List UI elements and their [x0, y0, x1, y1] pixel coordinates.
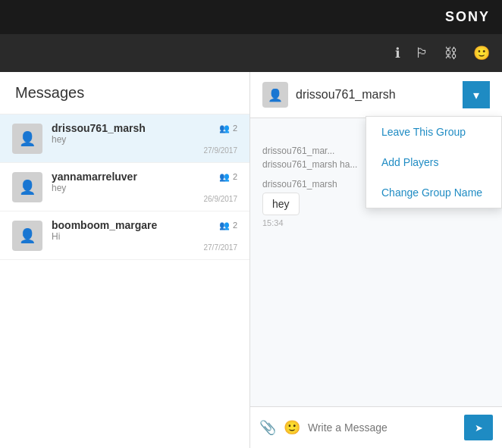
- message-meta: 👥 2: [219, 172, 237, 182]
- member-count: 2: [233, 124, 237, 133]
- message-top-row: boomboom_margare 👥 2: [52, 219, 237, 231]
- message-date: 27/7/2017: [52, 243, 237, 252]
- chat-panel: 👤 drissou761_marsh ▾ Leave This Group Ad…: [250, 72, 502, 448]
- avatar: 👤: [12, 221, 42, 251]
- message-info: boomboom_margare 👥 2 Hi 27/7/2017: [52, 219, 237, 252]
- icon-bar: ℹ 🏳 ⛓ 🙂: [0, 34, 502, 72]
- group-members-icon: 👥: [219, 172, 230, 182]
- avatar: 👤: [12, 124, 42, 154]
- avatar: 👤: [12, 172, 42, 202]
- main-content: Messages 👤 drissou761_marsh 👥 2 hey 27/9…: [0, 72, 502, 448]
- message-preview: hey: [52, 183, 237, 193]
- message-preview: Hi: [52, 231, 237, 242]
- messages-panel: Messages 👤 drissou761_marsh 👥 2 hey 27/9…: [0, 72, 250, 448]
- chat-avatar: 👤: [262, 82, 288, 108]
- dropdown-button[interactable]: ▾: [463, 81, 490, 108]
- message-username: drissou761_marsh: [52, 122, 146, 134]
- message-item[interactable]: 👤 drissou761_marsh 👥 2 hey 27/9/2017: [0, 114, 249, 163]
- message-item[interactable]: 👤 boomboom_margare 👥 2 Hi 27/7/2017: [0, 211, 249, 260]
- top-bar: SONY: [0, 0, 502, 34]
- chat-input[interactable]: [308, 421, 457, 434]
- group-link-icon[interactable]: ⛓: [444, 45, 458, 61]
- add-players-item[interactable]: Add Players: [366, 147, 501, 177]
- member-count: 2: [233, 172, 237, 181]
- report-icon[interactable]: 🏳: [416, 45, 429, 61]
- info-icon[interactable]: ℹ: [395, 45, 400, 61]
- messages-header: Messages: [0, 72, 249, 114]
- member-count: 2: [233, 221, 237, 230]
- message-username: boomboom_margare: [52, 219, 157, 231]
- message-preview: hey: [52, 134, 237, 145]
- chat-bubble: hey: [262, 193, 300, 215]
- send-icon: ➤: [475, 422, 483, 434]
- message-username: yannamarreluver: [52, 171, 137, 183]
- message-list: 👤 drissou761_marsh 👥 2 hey 27/9/2017 👤: [0, 114, 249, 448]
- face-icon[interactable]: 🙂: [473, 45, 490, 61]
- chat-time: 15:34: [262, 218, 490, 227]
- message-date: 27/9/2017: [52, 146, 237, 155]
- message-date: 26/9/2017: [52, 195, 237, 203]
- group-members-icon: 👥: [219, 221, 230, 230]
- chat-username: drissou761_marsh: [296, 88, 455, 102]
- message-top-row: yannamarreluver 👥 2: [52, 171, 237, 183]
- message-meta: 👥 2: [219, 221, 237, 230]
- change-group-name-item[interactable]: Change Group Name: [366, 177, 501, 208]
- brand-label: SONY: [445, 9, 490, 25]
- message-meta: 👥 2: [219, 124, 237, 133]
- emoji-picker-icon[interactable]: 🙂: [284, 419, 300, 436]
- attachment-icon[interactable]: 📎: [259, 419, 276, 436]
- message-info: yannamarreluver 👥 2 hey 26/9/2017: [52, 171, 237, 203]
- send-button[interactable]: ➤: [464, 415, 493, 440]
- group-members-icon: 👥: [219, 124, 230, 133]
- leave-group-item[interactable]: Leave This Group: [366, 117, 501, 147]
- message-item[interactable]: 👤 yannamarreluver 👥 2 hey 26/9/2017: [0, 163, 249, 211]
- chat-header: 👤 drissou761_marsh ▾: [250, 72, 502, 118]
- chat-input-bar: 📎 🙂 ➤: [250, 406, 502, 448]
- message-top-row: drissou761_marsh 👥 2: [52, 122, 237, 134]
- message-info: drissou761_marsh 👥 2 hey 27/9/2017: [52, 122, 237, 155]
- dropdown-menu: Leave This Group Add Players Change Grou…: [366, 116, 502, 208]
